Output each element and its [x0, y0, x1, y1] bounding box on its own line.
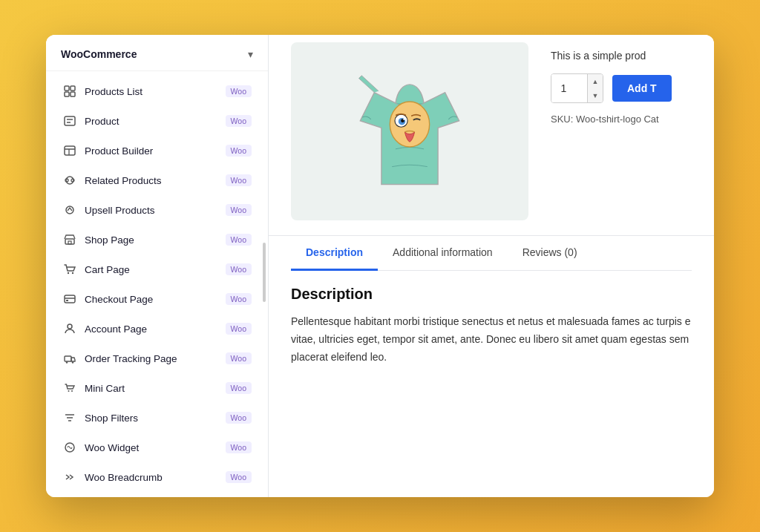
svg-rect-3	[71, 92, 75, 96]
sidebar-item-cart-page[interactable]: Cart Page Woo	[55, 255, 259, 283]
svg-rect-1	[71, 86, 75, 91]
sidebar-item-account-page[interactable]: Account Page Woo	[55, 315, 259, 343]
browser-window: WooCommerce ▾ Products List	[46, 35, 714, 497]
woo-badge: Woo	[226, 293, 252, 305]
svg-point-16	[68, 272, 69, 274]
sidebar-item-label: Mini Cart	[85, 383, 125, 394]
svg-point-10	[66, 177, 73, 184]
sidebar-item-related-products[interactable]: Related Products Woo	[55, 166, 259, 194]
sidebar-item-label: Upsell Products	[85, 205, 155, 216]
sidebar-item-label: Product	[85, 116, 119, 127]
sidebar-item-label: Shop Page	[85, 234, 134, 246]
sidebar-item-shop-filters[interactable]: Shop Filters Woo	[55, 404, 259, 432]
quantity-input-wrapper: ▲ ▼	[551, 73, 603, 103]
svg-rect-4	[65, 116, 75, 125]
svg-rect-22	[65, 356, 71, 361]
scrollbar[interactable]	[263, 243, 266, 302]
sidebar-item-woo-breadcrumb[interactable]: Woo Breadcrumb Woo	[55, 463, 259, 491]
quantity-add-row: ▲ ▼ Add T	[551, 73, 692, 103]
quantity-down-button[interactable]: ▼	[588, 88, 603, 102]
svg-point-26	[71, 390, 73, 392]
quantity-up-button[interactable]: ▲	[588, 74, 603, 88]
sidebar-header[interactable]: WooCommerce ▾	[46, 35, 268, 71]
tab-additional-info[interactable]: Additional information	[378, 236, 508, 271]
svg-point-21	[68, 324, 72, 329]
product-short-description: This is a simple prod	[551, 50, 692, 62]
sidebar-item-checkout-page[interactable]: Checkout Page Woo	[55, 285, 259, 313]
sidebar: WooCommerce ▾ Products List	[46, 35, 269, 497]
sidebar-item-woo-widget[interactable]: Woo Widget Woo	[55, 433, 259, 462]
woo-badge: Woo	[226, 234, 252, 246]
sidebar-item-product[interactable]: Product Woo	[55, 107, 259, 135]
sidebar-item-order-tracking[interactable]: Order Tracking Page Woo	[55, 344, 259, 372]
sidebar-item-label: Woo Widget	[85, 442, 139, 453]
tab-description[interactable]: Description	[291, 236, 378, 271]
woo-badge: Woo	[226, 441, 252, 453]
svg-rect-0	[65, 86, 69, 91]
sidebar-item-label: Products List	[85, 86, 142, 97]
product-tabs: Description Additional information Revie…	[269, 236, 714, 381]
sidebar-item-label: Account Page	[85, 324, 147, 335]
sidebar-item-products-list[interactable]: Products List Woo	[55, 77, 259, 105]
woo-badge: Woo	[226, 204, 252, 216]
sidebar-item-label: Related Products	[85, 175, 162, 186]
sidebar-item-label: Woo Breadcrumb	[85, 472, 163, 483]
chevrons-icon	[62, 470, 77, 485]
card-icon	[62, 292, 77, 306]
sidebar-item-upsell-products[interactable]: Upsell Products Woo	[55, 196, 259, 224]
tab-content: Description Pellentesque habitant morbi …	[291, 286, 692, 381]
upsell-icon	[62, 203, 77, 217]
woo-badge: Woo	[226, 323, 252, 335]
svg-rect-2	[65, 92, 69, 96]
sidebar-item-label: Shop Filters	[85, 413, 138, 424]
filter-icon	[62, 410, 77, 425]
tab-content-title: Description	[291, 286, 692, 303]
svg-point-12	[71, 179, 74, 182]
sidebar-item-label: Cart Page	[85, 264, 130, 275]
product-area: This is a simple prod ▲ ▼ Add T SKU: Woo…	[269, 35, 714, 236]
sidebar-title: WooCommerce	[61, 48, 137, 60]
quantity-spinner: ▲ ▼	[587, 74, 603, 102]
svg-point-35	[403, 119, 404, 120]
svg-point-24	[72, 361, 73, 363]
chevron-down-icon[interactable]: ▾	[248, 48, 253, 60]
sidebar-item-shop-page[interactable]: Shop Page Woo	[55, 226, 259, 254]
woo-badge: Woo	[226, 174, 252, 186]
main-content: This is a simple prod ▲ ▼ Add T SKU: Woo…	[269, 35, 714, 497]
svg-point-17	[72, 272, 73, 274]
mini-cart-icon	[62, 381, 77, 395]
woo-badge: Woo	[226, 115, 252, 127]
woo-badge: Woo	[226, 85, 252, 97]
svg-point-25	[68, 390, 70, 392]
shop-icon	[62, 232, 77, 247]
woo-badge: Woo	[226, 263, 252, 275]
sidebar-item-label: Order Tracking Page	[85, 353, 177, 364]
product-image	[291, 42, 528, 220]
woo-badge: Woo	[226, 412, 252, 424]
woo-badge: Woo	[226, 471, 252, 483]
grid-icon	[62, 84, 77, 99]
svg-rect-18	[65, 295, 75, 303]
woo-badge: Woo	[226, 145, 252, 157]
layout-icon	[62, 143, 77, 158]
tshirt-illustration	[343, 57, 476, 206]
sidebar-item-mini-cart[interactable]: Mini Cart Woo	[55, 374, 259, 402]
sku-info: SKU: Woo-tshirt-logo Cat	[551, 114, 692, 125]
svg-point-11	[65, 179, 68, 182]
sidebar-item-label: Product Builder	[85, 145, 153, 157]
sidebar-item-label: Checkout Page	[85, 294, 153, 305]
truck-icon	[62, 351, 77, 366]
cart-icon	[62, 262, 77, 277]
add-to-cart-button[interactable]: Add T	[612, 75, 672, 102]
quantity-input[interactable]	[551, 74, 587, 102]
tag-icon	[62, 114, 77, 128]
svg-rect-20	[66, 300, 68, 301]
svg-point-23	[66, 361, 68, 363]
tab-reviews[interactable]: Reviews (0)	[508, 236, 592, 271]
woo-badge: Woo	[226, 352, 252, 364]
sidebar-items-list: Products List Woo Product Woo	[46, 71, 268, 497]
person-icon	[62, 321, 77, 336]
woo-badge: Woo	[226, 382, 252, 394]
related-icon	[62, 173, 77, 188]
sidebar-item-product-builder[interactable]: Product Builder Woo	[55, 137, 259, 165]
